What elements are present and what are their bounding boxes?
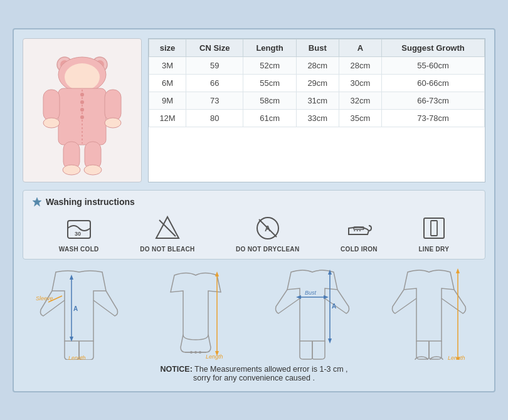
- table-header-cell: size: [149, 39, 186, 56]
- svg-point-42: [194, 351, 197, 354]
- svg-text:•  •  •: • • •: [354, 228, 361, 233]
- cold-iron-item: • • • COLD IRON: [341, 214, 378, 253]
- svg-marker-45: [215, 271, 219, 276]
- table-cell: 29cm: [296, 74, 339, 92]
- cold-iron-icon: • • •: [345, 214, 373, 242]
- notice-label: NOTICE:: [160, 365, 192, 374]
- table-row: 9M7358cm31cm32cm66-73cm: [149, 92, 485, 109]
- table-row: 3M5952cm28cm28cm55-60cm: [149, 56, 485, 74]
- svg-marker-20: [33, 197, 41, 206]
- table-cell: 52cm: [243, 56, 296, 74]
- table-cell: 55-60cm: [382, 56, 485, 74]
- line-dry-icon: [420, 214, 448, 242]
- star-icon: [32, 197, 42, 207]
- svg-line-27: [259, 219, 277, 237]
- table-cell: 60-66cm: [382, 74, 485, 92]
- table-cell: 33cm: [296, 109, 339, 127]
- diagram-romper-front: Sleeve A Length: [23, 266, 135, 360]
- svg-marker-54: [328, 339, 332, 344]
- table-cell: 9M: [149, 92, 186, 109]
- svg-marker-50: [324, 295, 329, 299]
- table-cell: 73: [186, 92, 243, 109]
- washing-icons-row: 30 WASH COLD DO NOT BLEACH A DO NOT: [32, 214, 476, 253]
- svg-point-9: [80, 100, 84, 104]
- table-cell: 73-78cm: [382, 109, 485, 127]
- svg-point-11: [80, 115, 84, 119]
- svg-text:30: 30: [75, 231, 81, 237]
- table-row: 6M6655cm29cm30cm60-66cm: [149, 74, 485, 92]
- svg-text:Sleeve: Sleeve: [36, 295, 53, 302]
- table-cell: 3M: [149, 56, 186, 74]
- svg-point-14: [43, 118, 60, 128]
- wash-cold-item: 30 WASH COLD: [59, 214, 99, 253]
- svg-rect-31: [431, 221, 437, 236]
- svg-text:A: A: [332, 303, 336, 310]
- notice-section: NOTICE: The Measurements allowed error i…: [23, 365, 485, 382]
- notice-text2: sorry for any convenience caused .: [23, 374, 485, 382]
- svg-text:Length: Length: [448, 355, 465, 360]
- top-section: sizeCN SizeLengthBustASuggest Growth 3M5…: [23, 38, 485, 182]
- table-header-cell: Length: [243, 39, 296, 56]
- table-cell: 30cm: [339, 74, 381, 92]
- table-cell: 12M: [149, 109, 186, 127]
- table-cell: 32cm: [339, 92, 381, 109]
- wash-cold-icon: 30: [65, 214, 93, 242]
- table-cell: 28cm: [339, 56, 381, 74]
- svg-marker-35: [70, 275, 73, 280]
- svg-point-8: [80, 93, 84, 97]
- svg-marker-59: [456, 268, 460, 273]
- table-row: 12M8061cm33cm35cm73-78cm: [149, 109, 485, 127]
- svg-marker-53: [328, 270, 332, 275]
- table-cell: 35cm: [339, 109, 381, 127]
- svg-text:Length: Length: [68, 355, 86, 360]
- cold-iron-label: COLD IRON: [341, 246, 378, 253]
- svg-rect-13: [105, 90, 121, 121]
- size-table: sizeCN SizeLengthBustASuggest Growth 3M5…: [148, 38, 485, 182]
- no-dryclean-label: DO NOT DRYCLEAN: [236, 246, 299, 253]
- table-header-cell: Suggest Growth: [382, 39, 485, 56]
- svg-point-43: [199, 351, 201, 354]
- table-cell: 31cm: [296, 92, 339, 109]
- table-cell: 61cm: [243, 109, 296, 127]
- svg-marker-49: [296, 295, 301, 299]
- no-dryclean-item: A DO NOT DRYCLEAN: [236, 214, 299, 253]
- washing-title-text: Washing instructions: [46, 197, 135, 207]
- table-cell: 28cm: [296, 56, 339, 74]
- wash-cold-label: WASH COLD: [59, 246, 99, 253]
- table-cell: 80: [186, 109, 243, 127]
- no-bleach-icon: [154, 214, 181, 242]
- table-cell: 6M: [149, 74, 186, 92]
- svg-rect-12: [43, 90, 60, 121]
- svg-point-10: [80, 108, 84, 112]
- main-container: sizeCN SizeLengthBustASuggest Growth 3M5…: [13, 28, 495, 392]
- washing-section: Washing instructions 30 WASH COLD DO NOT…: [23, 190, 485, 260]
- table-cell: 55cm: [243, 74, 296, 92]
- svg-point-5: [65, 63, 100, 91]
- table-cell: 59: [186, 56, 243, 74]
- product-image: [23, 38, 142, 182]
- svg-text:Length: Length: [206, 354, 223, 360]
- diagram-bust: Bust A: [256, 266, 369, 360]
- line-dry-label: LINE DRY: [418, 246, 449, 253]
- table-cell: 66-73cm: [382, 92, 485, 109]
- svg-point-41: [190, 351, 193, 354]
- svg-point-15: [105, 118, 121, 128]
- notice-text: The Measurements allowed error is 1-3 cm…: [194, 365, 348, 374]
- table-header-cell: A: [339, 39, 381, 56]
- no-bleach-label: DO NOT BLEACH: [140, 246, 194, 253]
- table-header-cell: Bust: [296, 39, 339, 56]
- measurement-section: Sleeve A Length: [23, 266, 485, 360]
- washing-title: Washing instructions: [32, 197, 476, 207]
- svg-text:A: A: [73, 305, 78, 312]
- no-bleach-item: DO NOT BLEACH: [140, 214, 194, 253]
- diagram-onesie: Length: [139, 266, 252, 360]
- diagram-length: Length: [373, 266, 485, 360]
- svg-point-18: [63, 165, 80, 175]
- svg-text:Bust: Bust: [305, 290, 317, 296]
- no-dryclean-icon: A: [254, 214, 282, 242]
- table-header-cell: CN Size: [186, 39, 243, 56]
- table-cell: 58cm: [243, 92, 296, 109]
- line-dry-item: LINE DRY: [418, 214, 449, 253]
- table-cell: 66: [186, 74, 243, 92]
- svg-point-19: [84, 165, 102, 175]
